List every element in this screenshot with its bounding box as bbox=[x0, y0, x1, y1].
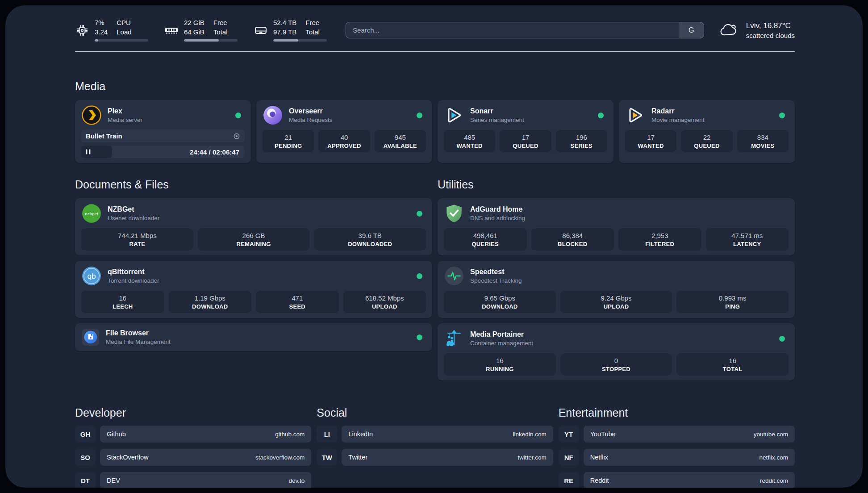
disk-free-value: 52.4 TB bbox=[273, 19, 296, 27]
app-card-sonarr[interactable]: Sonarr Series management 485 WANTED 17 Q… bbox=[438, 100, 613, 163]
memory-free-value: 22 GiB bbox=[184, 19, 204, 27]
cpu-load-label: Load bbox=[117, 28, 131, 36]
section-title-media: Media bbox=[75, 80, 795, 93]
app-name: Radarr bbox=[651, 107, 705, 115]
link-url: netflix.com bbox=[759, 454, 788, 461]
section-title-social: Social bbox=[317, 406, 553, 419]
memory-total-label: Total bbox=[213, 28, 228, 36]
stat-total: 16 TOTAL bbox=[676, 353, 789, 376]
link-name: Netflix bbox=[590, 454, 608, 461]
link-url: stackoverflow.com bbox=[255, 454, 305, 461]
cpu-icon bbox=[75, 23, 89, 38]
app-card-adguard[interactable]: AdGuard Home DNS and adblocking 498,461 … bbox=[438, 198, 795, 255]
link-row-linkedin[interactable]: LI LinkedIn linkedin.com bbox=[317, 426, 553, 443]
documents-column: Documents & Files nzbget NZBGet U bbox=[75, 178, 432, 380]
app-subtitle: Speedtest Tracking bbox=[470, 277, 522, 284]
playback-progress-bar: 24:44 / 02:06:47 bbox=[81, 146, 245, 158]
link-url: github.com bbox=[275, 431, 305, 438]
app-subtitle: Media File Management bbox=[106, 338, 171, 345]
section-title-utilities: Utilities bbox=[438, 178, 795, 191]
app-subtitle: Media Requests bbox=[289, 117, 333, 123]
stat-queued: 17 QUEUED bbox=[500, 130, 551, 152]
memory-progress-bar bbox=[184, 39, 238, 42]
link-row-youtube[interactable]: YT YouTube youtube.com bbox=[559, 426, 795, 443]
link-url: youtube.com bbox=[754, 431, 788, 438]
link-name: LinkedIn bbox=[348, 430, 373, 438]
stat-blocked: 86,384 BLOCKED bbox=[531, 228, 614, 251]
memory-total-value: 64 GiB bbox=[184, 28, 204, 36]
app-name: NZBGet bbox=[108, 205, 159, 213]
weather-widget: Lviv, 16.87°C scattered clouds bbox=[718, 21, 795, 40]
disk-progress-bar bbox=[273, 39, 327, 42]
search-bar: G bbox=[346, 22, 704, 38]
search-input[interactable] bbox=[346, 22, 679, 38]
disk-stat: 52.4 TB 97.9 TB Free Total bbox=[254, 19, 327, 42]
link-row-stackoverflow[interactable]: SO StackOverflow stackoverflow.com bbox=[75, 449, 311, 466]
cpu-load-value: 3.24 bbox=[95, 28, 108, 36]
link-row-reddit[interactable]: RE Reddit reddit.com bbox=[559, 472, 795, 488]
app-subtitle: Series management bbox=[470, 117, 524, 123]
stat-latency: 47.571 ms LATENCY bbox=[706, 228, 789, 251]
overseerr-icon bbox=[263, 105, 283, 125]
memory-free-label: Free bbox=[213, 19, 228, 27]
playback-elapsed-fill bbox=[81, 146, 112, 158]
app-card-filebrowser[interactable]: File Browser Media File Management bbox=[75, 323, 432, 351]
nzbget-icon: nzbget bbox=[81, 203, 102, 224]
app-name: Speedtest bbox=[470, 268, 522, 276]
app-card-nzbget[interactable]: nzbget NZBGet Usenet downloader 744.21 M… bbox=[75, 198, 432, 255]
link-row-netflix[interactable]: NF Netflix netflix.com bbox=[559, 449, 795, 466]
pause-icon[interactable] bbox=[86, 149, 91, 155]
stat-stopped: 0 STOPPED bbox=[560, 353, 672, 376]
link-row-twitter[interactable]: TW Twitter twitter.com bbox=[317, 449, 553, 466]
stat-seed: 471 SEED bbox=[256, 291, 339, 313]
stat-wanted: 17 WANTED bbox=[625, 130, 676, 152]
stat-queued: 22 QUEUED bbox=[681, 130, 732, 152]
search-engine-button[interactable]: G bbox=[679, 22, 704, 38]
entertainment-column: Entertainment YT YouTube youtube.com NF … bbox=[559, 406, 795, 488]
svg-text:qb: qb bbox=[87, 272, 96, 280]
stat-filtered: 2,953 FILTERED bbox=[618, 228, 701, 251]
link-sections: Developer GH Github github.com SO StackO… bbox=[75, 406, 795, 488]
section-title-entertainment: Entertainment bbox=[559, 406, 795, 419]
now-playing-detail-icon[interactable] bbox=[233, 133, 240, 140]
app-card-qbittorrent[interactable]: qb qBittorrent Torrent downloader 16 LEE… bbox=[75, 261, 432, 318]
link-row-github[interactable]: GH Github github.com bbox=[75, 426, 311, 443]
stat-ping: 0.993 ms PING bbox=[676, 291, 789, 313]
memory-stat: 22 GiB 64 GiB Free Total bbox=[164, 19, 238, 42]
speedtest-icon bbox=[444, 266, 464, 286]
status-badge bbox=[417, 273, 422, 279]
qbittorrent-icon: qb bbox=[81, 266, 102, 286]
svg-text:nzbget: nzbget bbox=[85, 211, 98, 216]
link-name: YouTube bbox=[590, 430, 616, 438]
stat-movies: 834 MOVIES bbox=[737, 130, 789, 152]
link-row-dev[interactable]: DT DEV dev.to bbox=[75, 472, 311, 488]
cpu-usage-label: CPU bbox=[117, 19, 131, 27]
disk-icon bbox=[254, 23, 268, 38]
app-card-overseerr[interactable]: Overseerr Media Requests 21 PENDING 40 A… bbox=[256, 100, 432, 163]
link-name: Twitter bbox=[348, 454, 367, 461]
app-card-plex[interactable]: Plex Media server Bullet Train bbox=[75, 100, 251, 163]
stat-series: 196 SERIES bbox=[556, 130, 607, 152]
app-subtitle: Container management bbox=[470, 340, 533, 347]
app-subtitle: Media server bbox=[108, 117, 142, 123]
link-name: StackOverflow bbox=[107, 454, 148, 461]
media-card-grid: Plex Media server Bullet Train bbox=[75, 100, 795, 163]
app-card-portainer[interactable]: Media Portainer Container management 16 … bbox=[438, 323, 795, 380]
app-card-radarr[interactable]: Radarr Movie management 17 WANTED 22 QUE… bbox=[619, 100, 795, 163]
link-url: linkedin.com bbox=[513, 431, 547, 438]
app-name: AdGuard Home bbox=[470, 205, 525, 213]
app-name: File Browser bbox=[106, 329, 171, 337]
radarr-icon bbox=[625, 105, 646, 125]
weather-location-temperature: Lviv, 16.87°C bbox=[746, 21, 795, 30]
stat-download: 1.19 Gbps DOWNLOAD bbox=[169, 291, 252, 313]
disk-free-label: Free bbox=[305, 19, 320, 27]
link-name: DEV bbox=[107, 477, 120, 484]
link-url: dev.to bbox=[289, 477, 305, 484]
app-name: Sonarr bbox=[470, 107, 524, 115]
sonarr-icon bbox=[444, 105, 464, 125]
cpu-progress-bar bbox=[95, 39, 148, 42]
app-card-speedtest[interactable]: Speedtest Speedtest Tracking 9.65 Gbps D… bbox=[438, 261, 795, 318]
app-name: Media Portainer bbox=[470, 330, 533, 338]
header: 7% 3.24 CPU Load bbox=[75, 19, 795, 42]
link-tag: DT bbox=[75, 472, 96, 488]
